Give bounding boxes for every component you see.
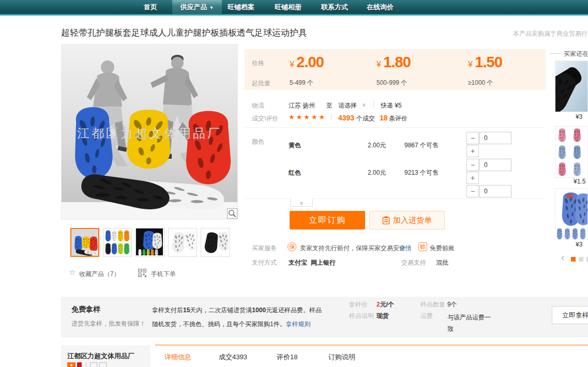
thumbnail-2[interactable] [103,228,132,257]
buyer-service-label: 买家服务 [252,244,277,253]
guarantee-badge-icon: 保 [288,242,296,251]
product-main-image[interactable]: RTS [61,44,238,220]
reviews-count[interactable]: 18 [380,114,388,122]
magnifier-button[interactable] [227,208,237,219]
desc-text: 天内，二次店铺进货满 [190,307,252,314]
qty-input[interactable] [479,159,511,171]
nav-item-contact[interactable]: 联系方式 [321,0,348,14]
nav-item-inquiry[interactable]: 在线询价 [367,0,394,14]
qty-minus-button[interactable]: − [466,185,479,197]
nav-item-album[interactable]: 旺铺相册 [275,0,301,14]
tab-deals[interactable]: 成交4393 [219,353,247,362]
sample-desc-value: 现货 [376,312,389,320]
qty-plus-button[interactable]: + [466,145,479,157]
yen-sign: ¥ [376,60,381,69]
deals-count[interactable]: 4393 [338,114,354,122]
price-panel: 价格 起批量 ¥ 2.00 ¥ 1.80 ¥ 1.50 5-499 个 500-… [245,49,546,90]
destination-select[interactable]: 请选择 [338,101,357,110]
moq-tier-3: ≥1000 个 [468,79,493,87]
qty-input[interactable] [479,185,511,197]
related-product-1-image [555,61,588,112]
order-now-button[interactable]: 立即订购 [290,211,365,230]
thumbnail-3[interactable] [135,228,164,257]
mobile-order-button[interactable]: 手机下单 [151,270,176,279]
company-name: 江都区力超文体用品厂 [67,351,134,361]
sku-color-label: 颜色 [252,137,264,146]
add-to-purchase-list-button[interactable]: 加入进货单 [369,211,445,230]
yen-sign: ¥ [468,60,473,69]
price-tier-2-value: 1.80 [383,54,410,70]
sample-price-label: 拿样价 [349,300,368,309]
qty-minus-button[interactable]: − [466,132,479,144]
deals-reviews-label: 成交\评价 [252,114,278,123]
nav-item-products[interactable]: 供应产品▼ [172,0,222,14]
deals-unit: 个成交 [356,114,375,123]
sample-price-unit: 元/个 [380,301,394,308]
free-sample-panel [61,297,588,338]
thumbnail-4[interactable] [168,228,197,257]
thumbnail-1[interactable] [70,228,99,257]
sku-expand-toggle[interactable]: ∨ [290,198,313,207]
sku-price: 2.00元 [368,141,386,150]
favorite-product-button[interactable]: 收藏产品（7） [79,270,120,279]
qr-code-icon [138,269,146,279]
cert-icon [90,362,97,367]
thumbnail-5[interactable] [201,228,230,257]
payment-method-label: 支付方式 [252,258,277,267]
tab-detail-info[interactable]: 详细信息 [164,353,191,362]
sample-desc-line-1: 拿样支付后15天内，二次店铺进货满1000元返还样品费。样品 [152,306,322,315]
price-tier-1-value: 2.00 [296,54,323,70]
sku-stock-unit: 个可售 [420,169,439,176]
sku-price: 2.00元 [368,169,386,177]
free-sample-title: 免费拿样 [71,305,100,314]
qty-plus-button[interactable]: + [466,172,479,184]
top-nav: 首页 供应产品▼ 旺铺档案 旺铺相册 联系方式 在线询价 [0,0,588,16]
clipboard-icon [382,216,390,224]
product-page: 首页 供应产品▼ 旺铺档案 旺铺相册 联系方式 在线询价 超轻带孔护腿板套足球成… [0,0,588,367]
nav-item-home[interactable]: 首页 [144,0,157,14]
price-label: 价格 [252,59,264,68]
thumbnail-4-image [169,228,195,255]
yen-sign: ¥ [290,60,294,69]
magnifier-icon [228,209,237,218]
get-sample-button[interactable]: 立即拿样 [552,306,588,324]
sample-rule-link[interactable]: 拿样规则 [286,320,311,328]
sample-price-number: 2 [376,301,380,308]
page-title: 超轻带孔护腿板套足球成人儿童护腿护板插板透气足球运动护具 [61,27,307,39]
divider [331,114,331,120]
related-product-3-image [555,189,588,240]
carousel-dot-2[interactable] [579,257,583,262]
sku-stock-count: 9213 [404,169,418,176]
logistics-to: 至 [326,101,333,110]
thumbnail-5-image [201,228,228,255]
sample-desc-line-2: 随机发货，不挑色、挑码，且每个买家限购1件。拿样规则 [152,320,311,329]
desc-text: 元返还样品费。样品 [266,307,322,314]
express-fee: 快递 ¥5 [381,101,402,110]
related-product-3[interactable] [555,188,588,240]
carousel-dot-1[interactable] [571,257,576,262]
carousel-prev-button[interactable]: ‹ [561,253,564,262]
nav-item-archive[interactable]: 旺铺档案 [228,0,254,14]
sidebar-title: 买家还在 [564,50,588,58]
related-product-2[interactable] [555,126,588,178]
qty-input[interactable] [479,132,511,144]
tab-reviews[interactable]: 评价18 [277,353,297,362]
price-tier-2: ¥ 1.80 [376,54,411,71]
related-product-1[interactable] [555,60,588,112]
shin-guard-red [186,111,231,185]
divider [373,101,374,108]
divider [86,362,86,367]
qty-minus-button[interactable]: − [466,159,479,171]
sidebar-dash [550,53,561,54]
add-to-purchase-list-label: 加入进货单 [393,216,432,224]
chevron-down-icon[interactable]: ∨ [362,102,366,108]
sample-freight-label: 运费 [420,312,433,320]
nav-item-products-label: 供应产品 [180,3,207,11]
tab-order-info[interactable]: 订购说明 [328,353,355,362]
logistics-origin: 江苏 扬州 [289,101,315,110]
guarantee-detail-link[interactable]: 详情 [399,244,412,253]
moq-label: 起批量 [252,79,270,88]
sku-stock-unit: 个可售 [420,142,439,149]
sample-freight-value: 与该产品运费一致 [447,312,495,334]
payment-online-bank: 网上银行 [311,258,336,267]
